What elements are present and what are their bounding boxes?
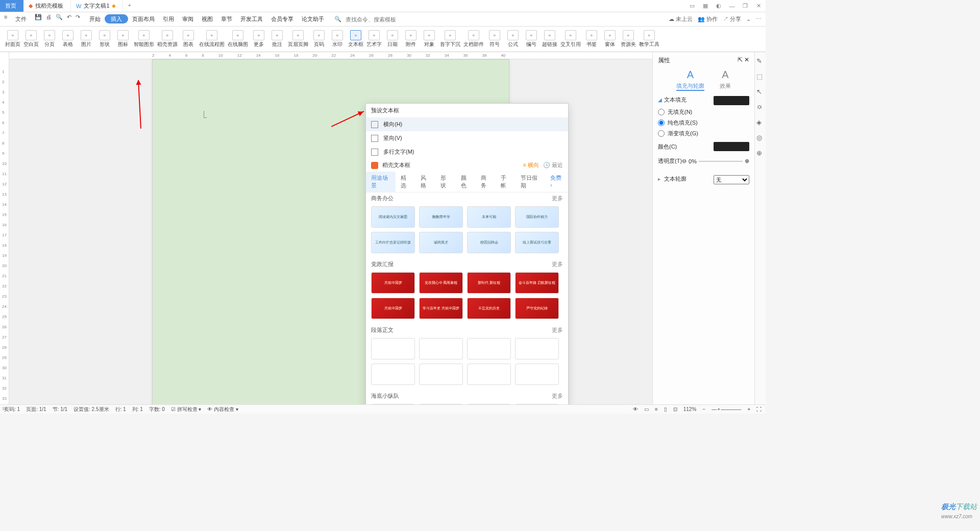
tab-effect[interactable]: A效果 (720, 69, 731, 91)
template-thumb[interactable] (371, 364, 415, 385)
ribbon-在线流程图[interactable]: ▫在线流程图 (199, 30, 225, 48)
focus-icon[interactable]: ⊡ (673, 406, 677, 412)
menu-会员专享[interactable]: 会员专享 (267, 14, 298, 23)
panel-close-icon[interactable]: ✕ (744, 56, 749, 63)
redo-icon[interactable]: ↷ (76, 14, 80, 25)
template-thumb[interactable] (419, 338, 463, 359)
preview-icon[interactable]: 🔍 (56, 14, 63, 25)
filter-精选[interactable]: 精选 (396, 172, 415, 192)
eye-icon[interactable]: 👁 (633, 406, 638, 412)
tab-document[interactable]: W文字文稿1 (71, 0, 123, 12)
template-thumb[interactable] (419, 404, 463, 404)
filter-用途场景[interactable]: 用途场景 (366, 172, 396, 192)
hamburger-icon[interactable]: ≡ (4, 14, 7, 25)
zoom-in-icon[interactable]: + (747, 406, 750, 412)
more-icon[interactable]: ⋯ (756, 16, 762, 22)
textbox-option[interactable]: 竖向(V) (366, 131, 568, 145)
menu-页面布局[interactable]: 页面布局 (128, 14, 159, 23)
template-thumb[interactable]: 翻翻青年学 (419, 206, 463, 228)
ribbon-水印[interactable]: ▫水印 (330, 30, 345, 48)
template-thumb[interactable]: 线上面试技巧分享 (515, 232, 559, 253)
menu-开始[interactable]: 开始 (85, 14, 105, 23)
template-thumb[interactable]: 国际协作精力 (515, 206, 559, 228)
template-thumb[interactable] (467, 364, 511, 385)
ribbon-表格[interactable]: ▫表格 (60, 30, 76, 48)
outline-header[interactable]: 文本轮廓 (664, 176, 687, 182)
color-swatch[interactable] (714, 142, 749, 151)
template-thumb[interactable]: 严守党的纪律 (515, 298, 559, 319)
paint-icon[interactable]: ⬚ (756, 73, 765, 81)
view-mode-icon[interactable]: ▭ (644, 406, 649, 412)
ribbon-首字下沉[interactable]: ▫首字下沉 (440, 30, 460, 48)
menu-开发工具[interactable]: 开发工具 (236, 14, 267, 23)
filter-手帐[interactable]: 手帐 (496, 172, 516, 192)
section-more[interactable]: 更多 (552, 392, 563, 400)
ribbon-更多[interactable]: ▫更多 (251, 30, 266, 48)
pin-icon[interactable]: ⇱ (738, 56, 743, 63)
template-thumb[interactable] (515, 364, 559, 385)
template-thumb[interactable]: 党在我心中 風雨兼程 (419, 272, 463, 294)
ribbon-批注[interactable]: ▫批注 (270, 30, 285, 48)
ribbon-窗体[interactable]: ▫窗体 (602, 30, 618, 48)
ribbon-智能图形[interactable]: ▫智能图形 (134, 30, 154, 48)
command-search[interactable] (346, 16, 417, 22)
ribbon-资源夹[interactable]: ▫资源夹 (621, 30, 636, 48)
target-icon[interactable]: ◎ (756, 134, 765, 142)
ribbon-页码[interactable]: ▫页码 (311, 30, 327, 48)
section-more[interactable]: 更多 (552, 195, 563, 202)
outline-select[interactable]: 无 (714, 175, 749, 184)
ribbon-封面页[interactable]: ▫封面页 (5, 30, 20, 48)
layout-icon[interactable]: ▭ (688, 2, 696, 10)
ribbon-分页[interactable]: ▫分页 (42, 30, 57, 48)
ribbon-交叉引用[interactable]: ▫交叉引用 (560, 30, 581, 48)
undo-icon[interactable]: ↶ (67, 14, 71, 25)
section-more[interactable]: 更多 (552, 260, 563, 268)
template-thumb[interactable]: 诚聘英才 (419, 232, 463, 253)
template-thumb[interactable] (371, 338, 415, 359)
filter-形状[interactable]: 形状 (435, 172, 455, 192)
avatar-icon[interactable]: ◐ (715, 2, 723, 10)
tab-template[interactable]: ◆找稻壳模板 (23, 0, 71, 12)
template-thumb[interactable]: 学习百年史 共筑中国梦 (419, 298, 463, 319)
filter-more[interactable]: 免费 › (545, 172, 568, 192)
template-thumb[interactable]: 新时代 新征程 (467, 272, 511, 294)
ribbon-书签[interactable]: ▫书签 (584, 30, 599, 48)
fullscreen-icon[interactable]: ⛶ (756, 406, 762, 412)
template-thumb[interactable]: 工作白忙也要记得吃饭 (371, 232, 415, 253)
template-thumb[interactable]: 共筑中国梦 (371, 298, 415, 319)
spellcheck-toggle[interactable]: ☑ 拼写检查 ▾ (171, 406, 202, 413)
fill-option[interactable]: 纯色填充(S) (658, 117, 749, 128)
fill-option[interactable]: 渐变填充(G) (658, 128, 749, 139)
menu-file[interactable]: 文件 (11, 14, 31, 25)
zoom-level[interactable]: 112% (683, 406, 697, 412)
template-thumb[interactable] (419, 364, 463, 385)
ribbon-页眉页脚[interactable]: ▫页眉页脚 (288, 30, 308, 48)
maximize-icon[interactable]: ❐ (741, 2, 749, 10)
ribbon-教学工具[interactable]: ▫教学工具 (639, 30, 659, 48)
textbox-option[interactable]: 多行文字(M) (366, 145, 568, 159)
tab-add[interactable]: + (123, 0, 136, 12)
zoom-out-icon[interactable]: − (702, 406, 705, 412)
section-more[interactable]: 更多 (552, 326, 563, 334)
menu-引用[interactable]: 引用 (159, 14, 178, 23)
ribbon-文档部件[interactable]: ▫文档部件 (463, 30, 484, 48)
ribbon-稻壳资源[interactable]: ▫稻壳资源 (157, 30, 178, 48)
template-thumb[interactable]: 校园招聘会 (467, 232, 511, 253)
collab-button[interactable]: 👥 协作 (698, 15, 718, 23)
menu-视图[interactable]: 视图 (198, 14, 217, 23)
fill-color-preview[interactable] (714, 96, 749, 105)
template-thumb[interactable]: 奋斗百年路 启航新征程 (515, 272, 559, 294)
template-thumb[interactable]: 阅读背内页文案图 (371, 206, 415, 228)
ribbon-艺术字[interactable]: ▫艺术字 (366, 30, 382, 48)
template-thumb[interactable] (515, 338, 559, 359)
ribbon-对象[interactable]: ▫对象 (422, 30, 437, 48)
template-thumb[interactable]: 未来可期 (467, 206, 511, 228)
ribbon-形状[interactable]: ▫形状 (97, 30, 112, 48)
template-thumb[interactable]: 不忘党的历史 (467, 298, 511, 319)
filter-节日假期[interactable]: 节日假期 (516, 172, 545, 192)
grid-icon[interactable]: ▦ (701, 2, 709, 10)
opacity-slider[interactable]: ⊖0%⊕ (682, 158, 749, 164)
fill-header[interactable]: 文本填充 (664, 96, 687, 103)
menu-插入[interactable]: 插入 (105, 14, 128, 23)
globe-icon[interactable]: ⊕ (756, 149, 765, 157)
